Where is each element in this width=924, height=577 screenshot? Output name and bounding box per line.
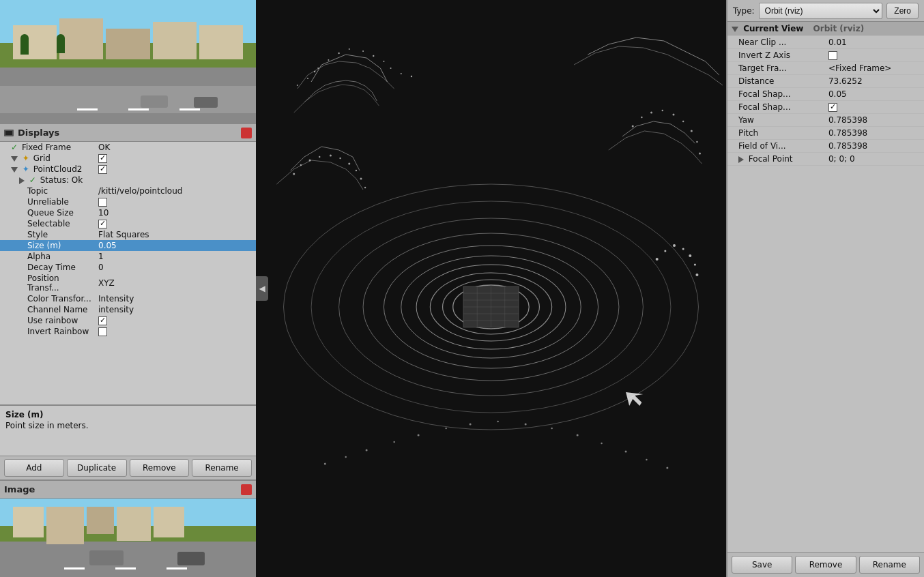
table-row[interactable]: Selectable (0, 218, 256, 229)
svg-point-48 (445, 428, 446, 429)
displays-title: Displays (18, 128, 59, 138)
displays-buttons: Add Duplicate Remove Rename (0, 456, 256, 479)
building-b5 (154, 507, 184, 537)
table-row[interactable]: Near Clip ... 0.01 (727, 36, 924, 49)
remove-view-button[interactable]: Remove (795, 556, 856, 574)
checkbox-grid[interactable] (98, 154, 107, 163)
table-row[interactable]: Focal Shap... (727, 101, 924, 114)
table-row[interactable]: Focal Shap... 0.05 (727, 88, 924, 101)
status-check-icon: ✓ (29, 175, 36, 185)
expand-icon-focalpoint (738, 156, 744, 163)
channelname-value: intensity (96, 304, 256, 315)
svg-point-55 (625, 451, 627, 453)
unreliable-checkbox[interactable] (96, 196, 256, 207)
table-row[interactable]: Yaw 0.785398 (727, 114, 924, 127)
checkbox-userainbow[interactable] (98, 316, 107, 325)
table-row[interactable]: Distance 73.6252 (727, 75, 924, 88)
displays-scroll-area[interactable]: ✓ Fixed Frame OK ✦ Grid (0, 142, 256, 404)
focalshape2-checkbox[interactable] (824, 101, 924, 114)
left-panel: Displays ✓ Fixed Frame OK (0, 0, 256, 577)
table-row[interactable]: Position Transf... XYZ (0, 273, 256, 293)
svg-point-57 (666, 467, 668, 469)
targetframe-value: <Fixed Frame> (824, 62, 924, 75)
invertrainbow-checkbox[interactable] (96, 326, 256, 337)
displays-table: ✓ Fixed Frame OK ✦ Grid (0, 142, 256, 337)
save-view-button[interactable]: Save (732, 556, 792, 574)
table-row[interactable]: ✦ Grid (0, 153, 256, 164)
checkbox-selectable[interactable] (98, 220, 107, 228)
table-row[interactable]: ✓ Status: Ok (0, 175, 256, 186)
road-marking (77, 108, 98, 110)
svg-point-66 (699, 153, 701, 155)
table-row[interactable]: Focal Point 0; 0; 0 (727, 153, 924, 166)
svg-point-26 (383, 61, 384, 62)
collapse-panel-arrow[interactable]: ◀ (256, 276, 268, 301)
table-row[interactable]: Pitch 0.785398 (727, 127, 924, 140)
svg-point-43 (324, 463, 326, 465)
table-row[interactable]: Alpha 1 (0, 251, 256, 262)
table-row[interactable]: Use rainbow (0, 315, 256, 326)
fov-value: 0.785398 (824, 140, 924, 153)
rename-view-button[interactable]: Rename (859, 556, 920, 574)
fov-name: Field of Vi... (727, 140, 824, 153)
grid-checkbox[interactable] (96, 153, 256, 164)
table-row[interactable]: Topic /kitti/velo/pointcloud (0, 186, 256, 196)
expand-icon-status (19, 177, 25, 184)
right-panel-buttons: Save Remove Rename (727, 552, 924, 577)
duplicate-button[interactable]: Duplicate (67, 459, 127, 477)
svg-point-44 (345, 456, 347, 458)
zero-button[interactable]: Zero (886, 3, 919, 19)
description-area: Size (m) Point size in meters. (0, 404, 256, 456)
table-row[interactable]: Target Fra... <Fixed Frame> (727, 62, 924, 75)
table-row[interactable]: Current View Orbit (rviz) (727, 22, 924, 36)
svg-point-42 (364, 187, 366, 188)
table-row[interactable]: Channel Name intensity (0, 304, 256, 315)
selectable-checkbox[interactable] (96, 218, 256, 229)
table-row[interactable]: Invert Z Axis (727, 49, 924, 62)
userainbow-checkbox[interactable] (96, 315, 256, 326)
rename-button[interactable]: Rename (192, 459, 252, 477)
view-properties-table: Current View Orbit (rviz) Near Clip ... … (727, 22, 924, 166)
star-icon-pc2: ✦ (23, 164, 29, 174)
checkbox-invertz[interactable] (828, 51, 837, 60)
table-row[interactable]: Color Transfor... Intensity (0, 293, 256, 304)
type-select-dropdown[interactable]: Orbit (rviz) FPS (rviz) TopDownOrtho (rv… (759, 3, 883, 19)
view-properties-area: Current View Orbit (rviz) Near Clip ... … (727, 22, 924, 552)
add-button[interactable]: Add (4, 459, 64, 477)
invertz-checkbox[interactable] (824, 49, 924, 62)
displays-close-button[interactable] (241, 128, 252, 138)
focalpoint-name: Focal Point (727, 153, 824, 166)
camera-buildings (13, 18, 244, 55)
checkbox-invertrainbow[interactable] (98, 327, 107, 336)
table-row[interactable]: Field of Vi... 0.785398 (727, 140, 924, 153)
checkbox-focalshape[interactable] (828, 103, 837, 112)
pc2-checkbox[interactable] (96, 164, 256, 175)
building-b1 (13, 507, 44, 537)
right-panel: Type: Orbit (rviz) FPS (rviz) TopDownOrt… (726, 0, 924, 577)
style-name-cell: Style (0, 229, 96, 240)
star-icon-grid: ✦ (23, 153, 29, 163)
alpha-value: 1 (96, 251, 256, 262)
pitch-value: 0.785398 (824, 127, 924, 140)
postrans-value: XYZ (96, 273, 256, 293)
postrans-name-cell: Position Transf... (0, 273, 96, 293)
table-row[interactable]: Invert Rainbow (0, 326, 256, 337)
table-row[interactable]: ✦ PointCloud2 (0, 164, 256, 175)
image-close-button[interactable] (241, 484, 252, 495)
channelname-name-cell: Channel Name (0, 304, 96, 315)
remove-button[interactable]: Remove (130, 459, 190, 477)
table-row[interactable]: Style Flat Squares (0, 229, 256, 240)
table-row[interactable]: Size (m) 0.05 (0, 240, 256, 251)
svg-point-52 (551, 428, 552, 429)
table-row[interactable]: Decay Time 0 (0, 262, 256, 273)
checkbox-unreliable[interactable] (98, 198, 107, 207)
fixed-frame-value: OK (96, 142, 256, 153)
checkbox-pc2[interactable] (98, 165, 107, 174)
main-3d-view[interactable]: ◀ (256, 0, 726, 577)
svg-point-31 (307, 78, 308, 79)
table-row[interactable]: Queue Size 10 (0, 207, 256, 218)
tree-2 (57, 34, 65, 53)
table-row[interactable]: ✓ Fixed Frame OK (0, 142, 256, 153)
pointcloud-visualization (256, 0, 726, 577)
table-row[interactable]: Unreliable (0, 196, 256, 207)
